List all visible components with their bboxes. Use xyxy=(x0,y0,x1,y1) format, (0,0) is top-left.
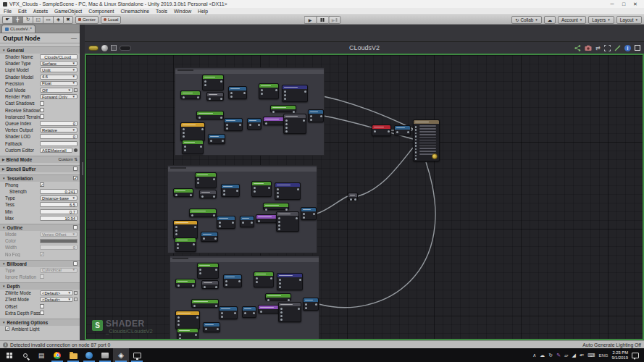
input-port[interactable] xyxy=(285,119,288,122)
minimize-button[interactable]: ─ xyxy=(606,0,618,8)
rotate-tool[interactable]: ↻ xyxy=(22,16,33,24)
input-port[interactable] xyxy=(175,230,177,232)
input-port[interactable] xyxy=(265,122,267,125)
output-port[interactable] xyxy=(213,214,215,216)
output-port[interactable] xyxy=(298,308,300,310)
gear-icon[interactable] xyxy=(74,148,78,152)
menu-edit[interactable]: Edit xyxy=(18,9,27,14)
graph-node[interactable] xyxy=(201,280,219,289)
space-toggle-button[interactable]: Local xyxy=(101,16,121,24)
taskbar-task-view-icon[interactable]: ▤ xyxy=(33,348,49,362)
output-port[interactable] xyxy=(196,316,198,319)
input-port[interactable] xyxy=(415,129,417,131)
input-port[interactable] xyxy=(175,226,177,228)
graph-node[interactable] xyxy=(251,181,272,197)
graph-node[interactable] xyxy=(303,298,319,311)
cull-mode-port-button[interactable] xyxy=(74,88,78,92)
output-port[interactable] xyxy=(315,303,317,306)
zwrite-mode-port-button[interactable] xyxy=(74,291,78,295)
input-port[interactable] xyxy=(261,93,263,95)
render-path-dropdown[interactable]: Forward Only▼ xyxy=(40,94,78,99)
input-port[interactable] xyxy=(280,319,283,321)
section-depth[interactable]: ▼Depth xyxy=(0,282,80,290)
graph-node[interactable] xyxy=(301,207,317,220)
graph-node[interactable] xyxy=(217,216,235,229)
output-port[interactable] xyxy=(201,128,204,130)
graph-node[interactable] xyxy=(203,322,220,332)
graph-node[interactable] xyxy=(202,75,224,90)
input-port[interactable] xyxy=(197,178,199,180)
graph-node[interactable] xyxy=(254,272,274,287)
graph-node[interactable] xyxy=(208,134,225,144)
shader-model-dropdown[interactable]: 4.6▼ xyxy=(40,75,78,80)
input-port[interactable] xyxy=(278,217,280,219)
input-port[interactable] xyxy=(277,195,279,198)
input-port[interactable] xyxy=(183,132,185,134)
vertex-output-dropdown[interactable]: Relative▼ xyxy=(40,127,78,132)
output-port[interactable] xyxy=(195,334,197,336)
ztest-mode-port-button[interactable] xyxy=(74,298,78,301)
menu-tools[interactable]: Tools xyxy=(156,9,167,14)
input-port[interactable] xyxy=(177,243,179,245)
graph-node[interactable] xyxy=(282,85,308,102)
input-port[interactable] xyxy=(415,148,417,151)
input-port[interactable] xyxy=(279,282,281,285)
output-port[interactable] xyxy=(192,285,194,287)
input-port[interactable] xyxy=(223,193,225,195)
onedrive-cloud-icon[interactable]: ☁ xyxy=(540,348,545,362)
width-field[interactable]: 0 xyxy=(40,245,78,250)
graph-node[interactable] xyxy=(263,203,289,210)
min-field[interactable]: 0.7 xyxy=(40,209,78,214)
action-center-icon[interactable] xyxy=(632,353,639,358)
status-message[interactable]: Detected invalid connection on node 87 p… xyxy=(10,342,110,348)
section-checkbox[interactable] xyxy=(73,261,78,266)
layout-button[interactable]: Layout▼ xyxy=(616,16,642,24)
play-button[interactable]: ▶ xyxy=(304,16,316,24)
account-button[interactable]: Account▼ xyxy=(558,16,586,24)
cloud-button[interactable]: ☁ xyxy=(544,16,556,24)
graph-node[interactable] xyxy=(201,232,218,242)
layers-button[interactable]: Layers▼ xyxy=(588,16,614,24)
output-port[interactable] xyxy=(253,312,255,314)
input-port[interactable] xyxy=(199,269,201,271)
input-port[interactable] xyxy=(191,214,193,216)
input-port[interactable] xyxy=(230,96,233,98)
hand-tool[interactable]: ☛ xyxy=(2,16,12,24)
input-port[interactable] xyxy=(219,225,221,227)
screenshot-button[interactable] xyxy=(585,45,592,51)
scale-tool[interactable]: ◱ xyxy=(33,16,43,24)
input-port[interactable] xyxy=(415,139,417,141)
input-port[interactable] xyxy=(285,130,288,132)
graph-node[interactable] xyxy=(199,190,217,198)
input-port[interactable] xyxy=(184,149,186,151)
input-port[interactable] xyxy=(415,132,417,135)
move-tool[interactable]: ╋ xyxy=(12,16,22,24)
collapse-panel-button[interactable]: — xyxy=(71,35,77,41)
input-port[interactable] xyxy=(179,337,181,340)
output-port[interactable] xyxy=(190,194,192,196)
clock[interactable]: 2:25 PM 9/1/2019 xyxy=(611,350,628,360)
section-outline[interactable]: ▼Outline xyxy=(0,224,80,231)
input-port[interactable] xyxy=(219,222,221,224)
instanced-terrain-checkbox[interactable] xyxy=(40,114,44,119)
output-port[interactable] xyxy=(220,98,222,100)
graph-node[interactable] xyxy=(308,109,324,122)
input-port[interactable] xyxy=(230,92,233,94)
step-button[interactable]: ▶ xyxy=(328,16,340,24)
input-port[interactable] xyxy=(374,130,376,132)
tray-folder-icon[interactable]: ▱ xyxy=(564,348,568,362)
graph-node[interactable] xyxy=(224,118,243,131)
output-port[interactable] xyxy=(194,226,196,228)
input-port[interactable] xyxy=(175,233,177,235)
strength-field[interactable]: 0.241 xyxy=(40,189,78,194)
mode-dropdown[interactable]: Vertex Offset▼ xyxy=(40,232,78,237)
output-port[interactable] xyxy=(220,80,222,83)
input-port[interactable] xyxy=(203,237,205,240)
cast-shadows-checkbox[interactable] xyxy=(40,101,44,106)
output-port[interactable] xyxy=(297,188,299,190)
shader-tab[interactable]: CLoudsV..* xyxy=(1,25,35,33)
input-port[interactable] xyxy=(277,188,279,190)
output-port[interactable] xyxy=(213,195,215,198)
output-port[interactable] xyxy=(320,115,322,117)
input-port[interactable] xyxy=(204,286,206,288)
